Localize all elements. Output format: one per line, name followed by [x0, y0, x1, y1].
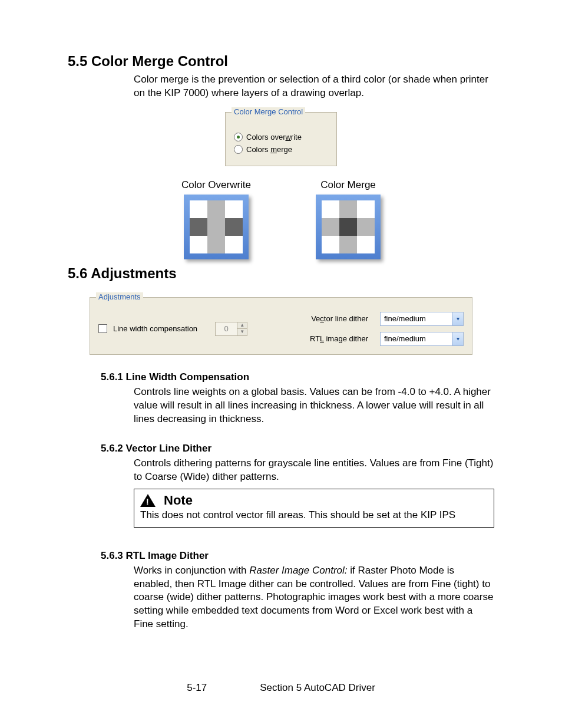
section-label: Section 5 AutoCAD Driver — [260, 682, 375, 694]
radio-label: Colors merge — [246, 145, 292, 154]
line-width-compensation-checkbox[interactable] — [98, 324, 107, 333]
radio-label: Colors overwrite — [246, 133, 302, 141]
checkbox-label: Line width compensation — [113, 324, 197, 333]
example-overwrite: Color Overwrite — [181, 179, 251, 262]
example-label: Color Overwrite — [181, 179, 251, 191]
radio-colors-merge[interactable]: Colors merge — [234, 145, 328, 154]
spinner-value: 0 — [216, 322, 237, 335]
vector-line-dither-label: Vector line dither — [311, 314, 368, 323]
body-5-5: Color merge is the prevention or selecti… — [134, 73, 494, 100]
note-title: Note — [164, 493, 193, 508]
heading-5-5: 5.5 Color Merge Control — [68, 53, 494, 70]
chevron-down-icon: ▾ — [452, 332, 463, 345]
rtl-image-dither-label: RTL image dither — [310, 334, 368, 343]
chevron-down-icon: ▾ — [452, 312, 463, 325]
groupbox-legend: Color Merge Control — [232, 107, 305, 116]
body-5-6-3: Works in conjunction with Raster Image C… — [134, 564, 494, 632]
radio-colors-overwrite[interactable]: Colors overwrite — [234, 133, 328, 141]
heading-5-6-3: 5.6.3 RTL Image Dither — [101, 550, 494, 562]
example-tile — [184, 195, 249, 259]
groupbox-legend: Adjustments — [96, 292, 143, 301]
radio-icon — [234, 145, 243, 154]
color-merge-control-groupbox: Color Merge Control Colors overwrite Col… — [225, 112, 337, 166]
document-page: 5.5 Color Merge Control Color merge is t… — [0, 0, 562, 728]
radio-icon — [234, 133, 243, 141]
rtl-image-dither-dropdown[interactable]: fine/medium ▾ — [380, 332, 464, 346]
heading-5-6: 5.6 Adjustments — [68, 265, 494, 282]
note-box: Note This does not control vector fill a… — [134, 489, 494, 528]
warning-icon — [140, 494, 156, 507]
body-5-6-1: Controls line weights on a global basis.… — [134, 386, 494, 426]
example-label: Color Merge — [316, 179, 381, 191]
heading-5-6-1: 5.6.1 Line Width Compensation — [101, 371, 494, 383]
spinner-down-icon[interactable]: ▼ — [237, 328, 247, 335]
example-merge: Color Merge — [316, 179, 381, 262]
vector-line-dither-dropdown[interactable]: fine/medium ▾ — [380, 312, 464, 326]
example-tile — [316, 195, 381, 259]
spinner-up-icon[interactable]: ▲ — [237, 322, 247, 329]
dropdown-value: fine/medium — [381, 314, 429, 323]
body-5-6-2: Controls dithering patterns for grayscal… — [134, 457, 494, 484]
heading-5-6-2: 5.6.2 Vector Line Dither — [101, 443, 494, 454]
dropdown-value: fine/medium — [381, 334, 429, 343]
color-merge-examples: Color Overwrite Color Merge — [68, 179, 494, 262]
page-footer: 5-17 Section 5 AutoCAD Driver — [0, 682, 562, 694]
adjustments-groupbox: Adjustments Line width compensation 0 ▲ … — [90, 297, 472, 355]
page-number: 5-17 — [187, 682, 207, 694]
note-body: This does not control vector fill areas.… — [140, 509, 488, 521]
line-width-compensation-spinner[interactable]: 0 ▲ ▼ — [215, 322, 247, 336]
